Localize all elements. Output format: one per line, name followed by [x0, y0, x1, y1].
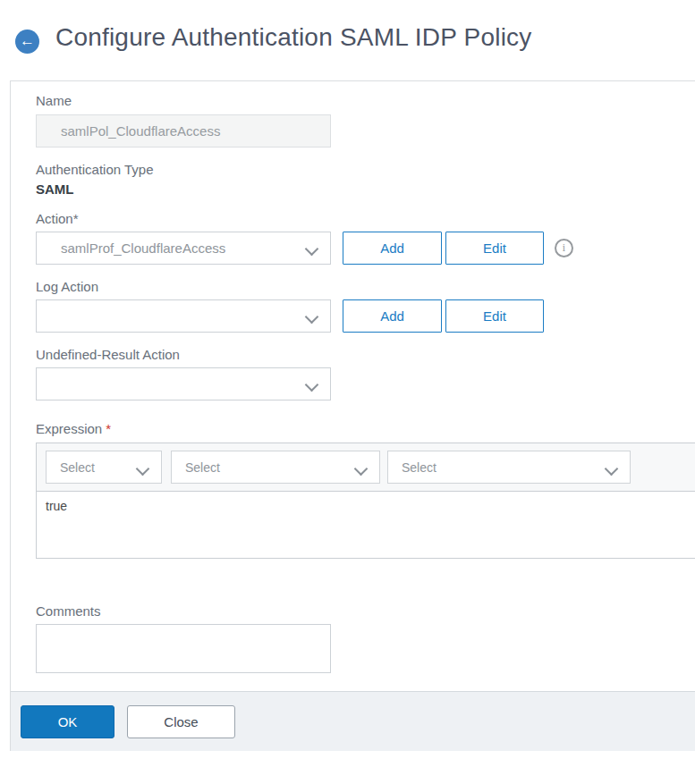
expression-operand-select-2[interactable]: Select [171, 451, 380, 484]
expression-label-text: Expression [36, 421, 102, 436]
log-action-label: Log Action [36, 279, 695, 294]
expression-label: Expression* [36, 421, 695, 436]
back-button[interactable]: ← [15, 30, 39, 54]
authentication-type-value: SAML [36, 181, 695, 197]
action-edit-button[interactable]: Edit [445, 232, 544, 265]
configure-saml-idp-policy-page: ← Configure Authentication SAML IDP Poli… [0, 0, 695, 784]
page-title: Configure Authentication SAML IDP Policy [55, 23, 532, 52]
name-input[interactable] [36, 114, 331, 148]
action-add-button[interactable]: Add [343, 232, 442, 265]
chevron-down-icon [605, 462, 619, 476]
log-action-add-button[interactable]: Add [343, 299, 442, 333]
close-button[interactable]: Close [127, 705, 235, 738]
action-select-value: samlProf_CloudflareAccess [61, 240, 330, 256]
chevron-down-icon [305, 310, 319, 325]
ok-button[interactable]: OK [21, 705, 114, 738]
comments-label: Comments [36, 603, 695, 619]
log-action-edit-button[interactable]: Edit [445, 299, 544, 333]
arrow-left-icon: ← [20, 33, 35, 48]
undefined-result-action-label: Undefined-Result Action [36, 347, 695, 362]
page-header: ← Configure Authentication SAML IDP Poli… [0, 0, 695, 80]
info-icon-glyph: i [563, 241, 565, 255]
expression-input[interactable]: true [37, 491, 695, 558]
action-row: samlProf_CloudflareAccess Add Edit i [36, 232, 695, 265]
comments-input[interactable] [36, 624, 331, 673]
log-action-row: Add Edit [36, 299, 695, 333]
name-label: Name [36, 93, 695, 108]
chevron-down-icon [305, 378, 319, 392]
chevron-down-icon [136, 462, 150, 476]
log-action-select[interactable] [36, 299, 331, 333]
info-icon[interactable]: i [555, 239, 573, 257]
expression-operand-select-1[interactable]: Select [46, 451, 162, 484]
chevron-down-icon [354, 462, 369, 476]
required-asterisk: * [106, 421, 111, 436]
authentication-type-label: Authentication Type [36, 162, 695, 177]
undefined-result-action-row [36, 367, 695, 400]
action-label: Action* [36, 211, 695, 226]
expression-operand-select-2-value: Select [185, 460, 220, 475]
action-select[interactable]: samlProf_CloudflareAccess [36, 232, 331, 265]
expression-operand-select-3[interactable]: Select [387, 451, 631, 484]
expression-builder-toolbar: Select Select Select [37, 443, 695, 491]
expression-operand-select-3-value: Select [402, 460, 436, 475]
form-panel: Name Authentication Type SAML Action* sa… [10, 80, 695, 751]
form-content: Name Authentication Type SAML Action* sa… [11, 81, 695, 673]
expression-operand-select-1-value: Select [60, 460, 95, 475]
action-bar: OK Close [11, 691, 695, 751]
expression-builder: Select Select Select true [36, 443, 695, 559]
undefined-result-action-select[interactable] [36, 367, 331, 400]
